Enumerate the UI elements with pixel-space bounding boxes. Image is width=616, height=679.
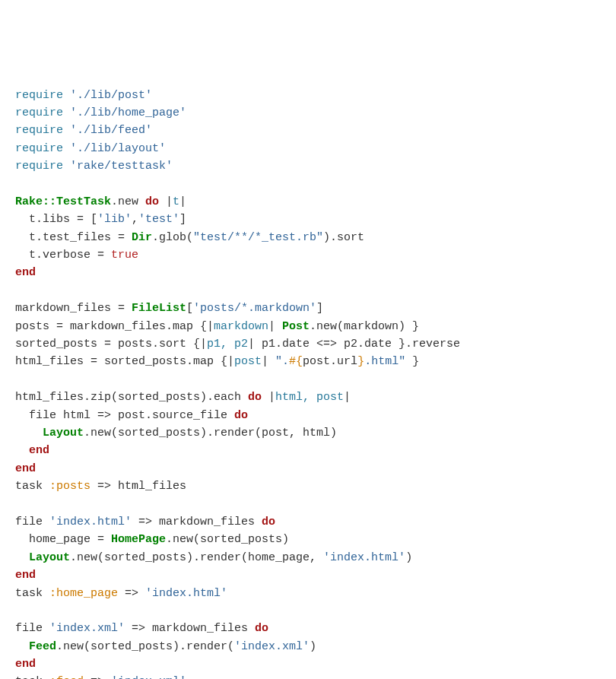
code-line: end: [15, 658, 36, 671]
code-line: t.test_files = Dir.glob("test/**/*_test.…: [15, 231, 364, 244]
text: |: [159, 195, 173, 208]
keyword: do: [248, 391, 262, 404]
class-name: HomePage: [111, 533, 166, 546]
code-block: require './lib/post' require './lib/home…: [15, 87, 601, 679]
text: => markdown_files: [125, 622, 255, 635]
code-line: file html => post.source_file do: [15, 409, 248, 422]
text: | p1.date <=> p2.date }.reverse: [248, 338, 460, 351]
text: |: [179, 195, 186, 208]
text: t.verbose =: [15, 249, 111, 262]
string: 'index.html': [49, 516, 132, 528]
text: }: [405, 355, 419, 368]
text: file html => post.source_file: [15, 409, 234, 422]
keyword: do: [255, 622, 268, 635]
code-line: sorted_posts = posts.sort {|p1, p2| p1.d…: [15, 338, 460, 351]
class-name: Dir: [132, 231, 152, 244]
text: ).sort: [323, 231, 364, 244]
string: './lib/feed': [70, 124, 152, 137]
param: p1, p2: [207, 338, 248, 351]
code-line: Layout.new(sorted_posts).render(home_pag…: [15, 551, 412, 564]
param: html, post: [275, 391, 344, 404]
string: './lib/post': [70, 89, 152, 102]
class-name: Layout: [43, 427, 84, 439]
text: ]: [316, 302, 323, 315]
keyword: require: [15, 89, 63, 102]
text: ,: [132, 213, 138, 226]
text: .glob(: [152, 231, 193, 244]
text: html_files.zip(sorted_posts).each: [15, 391, 248, 404]
keyword: require: [15, 124, 63, 137]
text: file: [15, 622, 49, 635]
text: .new(sorted_posts): [166, 533, 289, 546]
code-line: task :home_page => 'index.html': [15, 587, 227, 600]
text: file: [15, 516, 49, 528]
text: .new(sorted_posts).render(home_page,: [70, 551, 323, 564]
text: =>: [118, 587, 145, 600]
code-line: posts = markdown_files.map {|markdown| P…: [15, 320, 419, 333]
text: t.test_files =: [15, 231, 132, 244]
string: 'index.xml': [234, 640, 310, 653]
class-name: Layout: [29, 551, 70, 564]
code-line: end: [15, 444, 49, 457]
param: post: [234, 355, 262, 368]
string: 'lib': [97, 213, 132, 226]
param: markdown: [214, 320, 268, 333]
interp: }: [357, 355, 364, 368]
string: 'posts/*.markdown': [193, 302, 316, 315]
text: |: [268, 320, 282, 333]
code-line: end: [15, 266, 36, 279]
keyword: do: [262, 516, 275, 528]
keyword: end: [29, 444, 49, 457]
code-line: task :feed => 'index.xml': [15, 675, 186, 679]
text: ]: [179, 213, 186, 226]
code-line: require './lib/post': [15, 89, 152, 102]
code-line: Layout.new(sorted_posts).render(post, ht…: [15, 427, 337, 439]
code-line: html_files.zip(sorted_posts).each do |ht…: [15, 391, 351, 404]
symbol: :home_page: [49, 587, 118, 600]
text: =>: [84, 675, 111, 679]
code-line: require './lib/home_page': [15, 106, 186, 119]
code-line: require 'rake/testtask': [15, 160, 173, 173]
text: posts = markdown_files.map {|: [15, 320, 214, 333]
code-line: require './lib/layout': [15, 142, 166, 155]
text: |: [262, 355, 275, 368]
keyword: end: [15, 266, 36, 279]
code-line: t.libs = ['lib','test']: [15, 213, 186, 226]
string: 'index.xml': [111, 675, 186, 679]
interp: #{: [289, 355, 303, 368]
code-line: file 'index.xml' => markdown_files do: [15, 622, 268, 635]
text: => markdown_files: [132, 516, 262, 528]
text: task: [15, 480, 49, 493]
string: .html": [364, 355, 405, 368]
text: [15, 427, 43, 439]
symbol: :posts: [49, 480, 90, 493]
string: 'index.xml': [49, 622, 125, 635]
text: markdown_files =: [15, 302, 132, 315]
class-name: FileList: [132, 302, 186, 315]
string: ".: [275, 355, 289, 368]
text: ): [310, 640, 316, 653]
text: => html_files: [90, 480, 186, 493]
text: post.url: [303, 355, 357, 368]
keyword: end: [15, 658, 36, 671]
code-line: html_files = sorted_posts.map {|post| ".…: [15, 355, 419, 368]
keyword: end: [15, 569, 36, 582]
text: [: [186, 302, 193, 315]
text: ): [405, 551, 412, 564]
text: .new(markdown) }: [310, 320, 419, 333]
symbol: :feed: [49, 675, 84, 679]
text: .new(sorted_posts).render(post, html): [84, 427, 337, 439]
string: "test/**/*_test.rb": [193, 231, 323, 244]
string: 'test': [138, 213, 179, 226]
code-line: markdown_files = FileList['posts/*.markd…: [15, 302, 323, 315]
code-line: file 'index.html' => markdown_files do: [15, 516, 275, 528]
text: .new: [111, 195, 145, 208]
text: task: [15, 675, 49, 679]
class-name: Rake::TestTask: [15, 195, 111, 208]
keyword: do: [145, 195, 159, 208]
string: './lib/home_page': [70, 106, 186, 119]
keyword: require: [15, 106, 63, 119]
string: 'index.html': [145, 587, 227, 600]
text: sorted_posts = posts.sort {|: [15, 338, 207, 351]
text: [15, 444, 29, 457]
